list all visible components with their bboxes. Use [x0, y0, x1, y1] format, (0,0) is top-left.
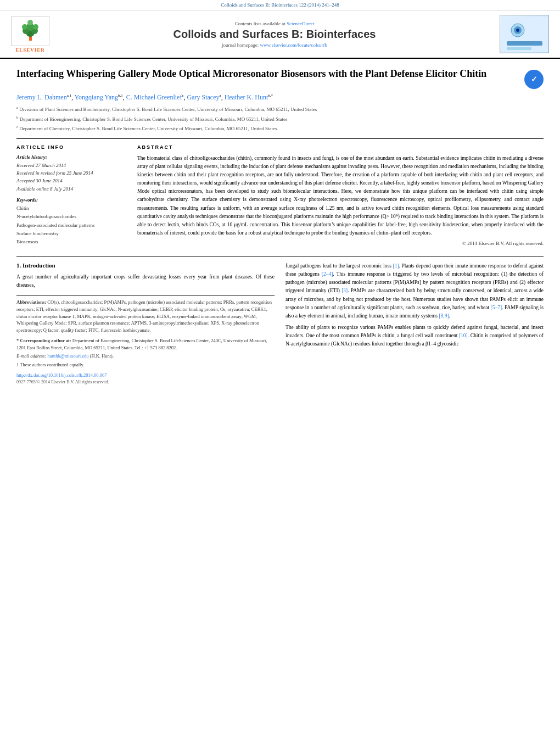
authors-line: Jeremy L. Dahmena,1, Yongqiang Yangb,1, … — [16, 93, 544, 102]
article-info-column: ARTICLE INFO Article history: Received 2… — [16, 144, 126, 248]
copyright-line: © 2014 Elsevier B.V. All rights reserved… — [137, 239, 544, 247]
received-revised-date: Received in revised form 25 June 2014 — [16, 169, 126, 177]
keyword-4: Surface biochemistry — [16, 230, 126, 238]
section1-heading: 1. Introduction — [16, 262, 275, 269]
body-text-area: 1. Introduction A great number of agricu… — [16, 262, 544, 386]
journal-top-bar: Colloids and Surfaces B: Biointerfaces 1… — [0, 0, 560, 10]
homepage-label: journal homepage: — [222, 42, 259, 48]
accepted-date: Accepted 30 June 2014 — [16, 177, 126, 185]
contents-text: Contents lists available at — [235, 21, 285, 26]
contents-line: Contents lists available at ScienceDirec… — [49, 21, 500, 26]
email-label: E-mail address: — [16, 353, 46, 359]
journal-cover-image — [500, 15, 549, 53]
author-greenlief: C. Michael Greenlief — [126, 93, 182, 101]
author-dahmen: Jeremy L. Dahmen — [16, 93, 67, 101]
history-title: Article history: — [16, 154, 126, 160]
keywords-section: Keywords: Chitin N-acetylchitooligosacch… — [16, 197, 126, 246]
email-person: (H.K. Hunt). — [90, 353, 114, 359]
abbreviations: Abbreviations: CO(s), chitooligosacchari… — [16, 299, 275, 334]
abstract-header: ABSTRACT — [137, 144, 544, 150]
cite-8-9[interactable]: [8,9] — [439, 313, 449, 319]
crossmark-badge[interactable]: ✓ — [524, 70, 544, 89]
journal-center-info: Contents lists available at ScienceDirec… — [49, 21, 500, 48]
cite-5-7[interactable]: [5–7] — [491, 305, 502, 310]
info-abstract-columns: ARTICLE INFO Article history: Received 2… — [16, 138, 544, 248]
journal-header: ELSEVIER Contents lists available at Sci… — [0, 10, 560, 59]
footnote1-item: 1 These authors contributed equally. — [16, 361, 275, 369]
svg-rect-8 — [501, 16, 548, 52]
doi-link[interactable]: http://dx.doi.org/10.1016/j.colsurfb.201… — [16, 372, 275, 379]
affil-b: b Department of Bioengineering, Christop… — [16, 115, 544, 124]
cite-10[interactable]: [10] — [459, 333, 468, 338]
body-left-col: 1. Introduction A great number of agricu… — [16, 262, 275, 386]
abbrev-text: CO(s), chitooligosaccharides; P(M)AMPs, … — [16, 299, 272, 333]
svg-point-7 — [27, 20, 33, 25]
author-yang: Yongqiang Yang — [75, 93, 118, 101]
cover-graphic — [501, 16, 548, 52]
svg-point-6 — [33, 24, 38, 30]
section-divider — [16, 256, 544, 256]
article-info-header: ARTICLE INFO — [16, 144, 126, 150]
svg-rect-12 — [507, 41, 542, 46]
abstract-text-content: The biomaterial class of chitooligosacch… — [137, 154, 544, 238]
author-stacey: Gary Stacey — [187, 93, 220, 101]
journal-citation: Colloids and Surfaces B: Biointerfaces 1… — [221, 2, 339, 8]
cite-2-4[interactable]: [2–4] — [322, 271, 333, 277]
affiliations: a Divisions of Plant Sciences and Bioche… — [16, 105, 544, 133]
svg-point-11 — [516, 29, 519, 32]
issn-line: 0927-7765/© 2014 Elsevier B.V. All right… — [16, 379, 275, 386]
elsevier-tree-icon — [18, 19, 43, 43]
elsevier-label: ELSEVIER — [15, 47, 45, 53]
body-right-p1: fungal pathogens lead to the largest eco… — [285, 262, 544, 320]
keyword-3: Pathogen-associated molecular patterns — [16, 221, 126, 230]
elsevier-logo: ELSEVIER — [11, 16, 49, 53]
author-hunt: Heather K. Hunt — [225, 93, 268, 101]
homepage-link[interactable]: www.elsevier.com/locate/colsurfb — [260, 42, 327, 48]
svg-point-5 — [22, 24, 27, 30]
body-right-col: fungal pathogens lead to the largest eco… — [285, 262, 544, 386]
footnotes-area: Abbreviations: CO(s), chitooligosacchari… — [16, 295, 275, 386]
email-link[interactable]: hunthk@missouri.edu — [47, 353, 88, 359]
received-date: Received 27 March 2014 — [16, 161, 126, 169]
abstract-column: ABSTRACT The biomaterial class of chitoo… — [137, 144, 544, 248]
cite-3[interactable]: [3] — [341, 288, 348, 293]
article-title: Interfacing Whispering Gallery Mode Opti… — [16, 67, 524, 81]
keyword-2: N-acetylchitooligosaccharides — [16, 213, 126, 221]
corresponding-footnote: * Corresponding author at: Department of… — [16, 337, 275, 352]
keywords-title: Keywords: — [16, 197, 126, 203]
elsevier-logo-box — [11, 16, 49, 46]
corresponding-label: * Corresponding author at: — [16, 338, 71, 343]
page-wrapper: Colloids and Surfaces B: Biointerfaces 1… — [0, 0, 560, 394]
body-right-text: fungal pathogens lead to the largest eco… — [285, 262, 544, 349]
sciencedirect-link[interactable]: ScienceDirect — [287, 21, 314, 26]
article-history: Article history: Received 27 March 2014 … — [16, 154, 126, 193]
journal-homepage: journal homepage: www.elsevier.com/locat… — [49, 42, 500, 48]
affil-a: a Divisions of Plant Sciences and Bioche… — [16, 105, 544, 114]
body-left-text: A great number of agriculturally importa… — [16, 273, 275, 289]
keyword-5: Biosensors — [16, 238, 126, 246]
article-content: Interfacing Whispering Gallery Mode Opti… — [0, 59, 560, 394]
cite-1[interactable]: [1] — [393, 263, 399, 269]
abbrev-label: Abbreviations: — [16, 299, 46, 305]
article-title-section: Interfacing Whispering Gallery Mode Opti… — [16, 67, 544, 89]
affil-c: c Department of Chemistry, Christopher S… — [16, 124, 544, 133]
svg-rect-13 — [507, 47, 531, 50]
available-online-date: Available online 8 July 2014 — [16, 185, 126, 193]
email-footnote: E-mail address: hunthk@missouri.edu (H.K… — [16, 353, 275, 360]
abstract-body: The biomaterial class of chitooligosacch… — [137, 154, 544, 248]
body-p1: A great number of agriculturally importa… — [16, 273, 275, 289]
journal-title: Colloids and Surfaces B: Biointerfaces — [49, 28, 500, 41]
body-right-p2: The ability of plants to recognize vario… — [285, 323, 544, 349]
keyword-1: Chitin — [16, 204, 126, 213]
